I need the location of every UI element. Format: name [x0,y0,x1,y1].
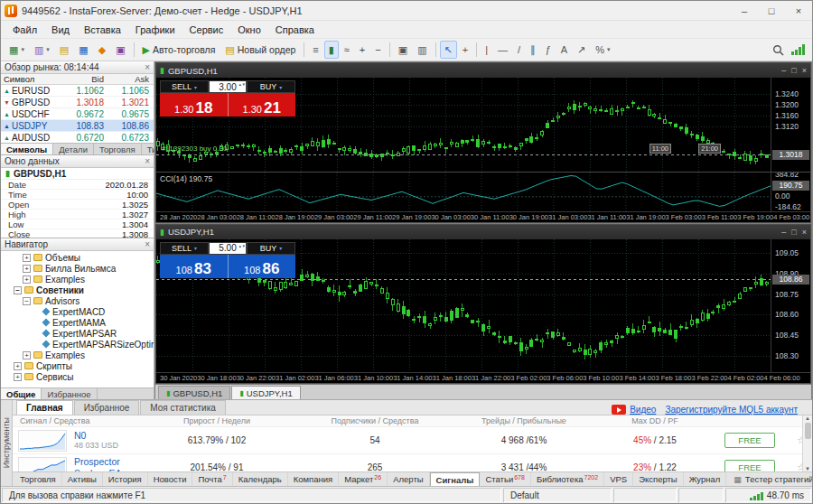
toolbox-tab-почта[interactable]: Почта7 [192,472,232,486]
chart-minimize-button[interactable]: ‒ [781,228,786,237]
buy-dropdown[interactable]: BUY▾ [247,80,295,93]
market-watch-row-EURUSD[interactable]: ▲EURUSD1.10621.1065 [1,85,154,97]
expand-icon[interactable]: + [14,373,22,381]
volume-input[interactable]: 3.00▴ ▾ [209,80,247,93]
signals-column-header[interactable]: Сигнал / Средства [13,416,131,425]
close-icon[interactable]: × [145,240,150,249]
market-watch-row-GBPUSD[interactable]: ▼GBPUSD1.30181.3021 [1,97,154,108]
chart-maximize-button[interactable]: □ [791,66,796,75]
toolbox-tab-история[interactable]: История [103,472,148,486]
horizontal-line-button[interactable]: — [493,41,512,59]
toolbox-tab-библиотека[interactable]: Библиотека7202 [531,472,604,486]
usdjpy-candle-chart[interactable]: SELL▾5.00▴ ▾BUY▾1088310886 [156,239,771,373]
strategy-tester-button[interactable]: ▦Тестер стратегий [726,474,812,484]
navigator-item-examples[interactable]: +Examples [1,274,154,285]
signals-column-header[interactable]: Подписчики / Средства [303,416,447,425]
zoom-out-button[interactable]: − [370,41,385,59]
toolbox-tab-маркет[interactable]: Маркет26 [339,472,388,486]
navigator-item--[interactable]: +Объемы [1,252,154,263]
title-bar[interactable]: 9449562 - InstaForex-Server: Демо-счет -… [1,1,812,21]
scroll-up-icon[interactable]: ▲ [805,415,810,421]
toolbox-tab-компания[interactable]: Компания [288,472,339,486]
market-watch-tab-3[interactable]: Торговля [94,144,142,154]
navigator-item-expertmama[interactable]: ExpertMAMA [1,317,154,328]
expand-icon[interactable]: + [23,254,31,262]
search-icon[interactable] [772,44,784,56]
video-link[interactable]: Видео [630,405,656,415]
chart-title-bar[interactable]: ▮ USDJPY,H1 ‒ □ × [156,225,810,239]
autotrade-button[interactable]: ▶Авто-торговля [138,41,220,59]
chart-tab-usdjpy-h1[interactable]: ▮USDJPY,H1 [231,386,300,399]
trendline-button[interactable]: / [513,41,525,59]
market-watch-tab-2[interactable]: Детали [53,144,94,154]
signals-column-header[interactable]: Трейды / Прибыльные [447,416,601,425]
collapse-icon[interactable]: − [23,297,31,305]
new-chart-button[interactable]: ▦▾ [5,41,29,59]
zoom-in-button[interactable]: + [355,41,369,59]
toolbox-tab-vps[interactable]: VPS [604,472,633,486]
signal-name-link[interactable]: N0 [74,430,118,442]
volume-input[interactable]: 5.00▴ ▾ [209,242,247,255]
window-maximize-button[interactable]: □ [758,1,785,20]
cci-indicator-pane[interactable]: CCI(14) 190.75 [156,173,771,211]
chart-maximize-button[interactable]: □ [791,228,796,237]
signals-tab-1[interactable]: Главная [16,400,73,415]
menu-Вид[interactable]: Вид [45,23,76,36]
signals-scrollbar[interactable]: ▲ ▼ [802,415,812,471]
navigator-item-advisors[interactable]: −Advisors [1,295,154,306]
navigator-item--[interactable]: +Сервисы [1,371,154,382]
menu-Вставка[interactable]: Вставка [78,23,127,36]
sell-button[interactable]: 1.3018 [160,93,229,117]
status-profile[interactable]: Default [503,488,612,502]
signals-tab-2[interactable]: Избранное [74,400,140,415]
register-mql5-link[interactable]: Зарегистрируйте MQL5 аккаунт [665,405,798,415]
profiles-button[interactable]: ▥▾ [30,41,54,59]
volume-spinner-icon[interactable]: ▴ ▾ [239,81,245,87]
market-watch-tab-1[interactable]: Символы [1,144,53,154]
volume-spinner-icon[interactable]: ▴ ▾ [239,243,245,248]
chart-title-bar[interactable]: ▮ GBPUSD,H1 ‒ □ × [156,63,810,78]
toolbox-vertical-tab[interactable]: Инструменты [1,400,13,486]
toolbox-toggle-button[interactable]: ▣ [111,41,129,59]
gbpusd-candle-chart[interactable]: SELL▾3.00▴ ▾BUY▾1.30181.3021#11392303 bu… [156,78,771,172]
market-watch-column-header[interactable]: Bid [63,74,108,84]
toolbox-tab-алерты[interactable]: Алерты [388,472,429,486]
window-close-button[interactable]: × [785,1,812,20]
chart-minimize-button[interactable]: ‒ [781,66,786,75]
window-minimize-button[interactable]: ‒ [731,1,758,20]
navigator-tab-2[interactable]: Избранное [42,388,97,399]
chart-close-button[interactable]: × [802,66,807,75]
signals-column-header[interactable]: Max DD / PF [601,416,709,425]
market-watch-row-AUDUSD[interactable]: ▲AUDUSD0.67200.6723 [1,132,154,143]
scroll-down-icon[interactable]: ▼ [805,466,810,471]
toolbox-tab-торговля[interactable]: Торговля [14,472,62,486]
candles-chart-button[interactable]: ▮ [324,41,339,59]
chart-close-button[interactable]: × [802,228,807,237]
menu-Сервис[interactable]: Сервис [183,23,230,36]
market-watch-row-USDCHF[interactable]: ▲USDCHF0.96720.9675 [1,108,154,120]
arrows-tool-button[interactable]: ↗ [573,41,590,59]
expand-icon[interactable]: + [23,275,31,284]
signals-column-header[interactable]: Прирост / Недели [131,416,303,425]
vertical-line-button[interactable]: | [481,41,492,59]
navigator-item--[interactable]: +Скрипты [1,360,154,371]
crosshair-button[interactable]: + [458,41,472,59]
toolbox-tab-активы[interactable]: Активы [62,472,103,486]
tile-windows-button[interactable]: ▣ [394,41,412,59]
navigator-item-expertmapsar[interactable]: ExpertMAPSAR [1,328,154,339]
signal-row[interactable]: N048 033 USD613.79% / 102544 968 /61%45%… [13,427,812,454]
navigator-item--[interactable]: −Советники [1,285,154,295]
toolbox-tab-сигналы[interactable]: Сигналы [430,472,481,486]
cursor-button[interactable]: ↖ [440,41,457,59]
expand-icon[interactable]: + [23,351,31,359]
sell-dropdown[interactable]: SELL▾ [160,80,209,93]
signal-name-link[interactable]: Prospector Scalper EA [74,456,131,471]
channel-button[interactable]: ∥ [526,41,540,59]
chart-tab-gbpusd-h1[interactable]: ▮GBPUSD,H1 [158,386,230,399]
sell-button[interactable]: 10883 [160,255,229,278]
tile-horizontal-button[interactable]: ▥ [413,41,431,59]
navigator-item--[interactable]: +Билла Вильямса [1,263,154,274]
line-chart-button[interactable]: ≈ [340,41,354,59]
collapse-icon[interactable]: − [14,286,22,294]
close-icon[interactable]: × [145,63,150,72]
